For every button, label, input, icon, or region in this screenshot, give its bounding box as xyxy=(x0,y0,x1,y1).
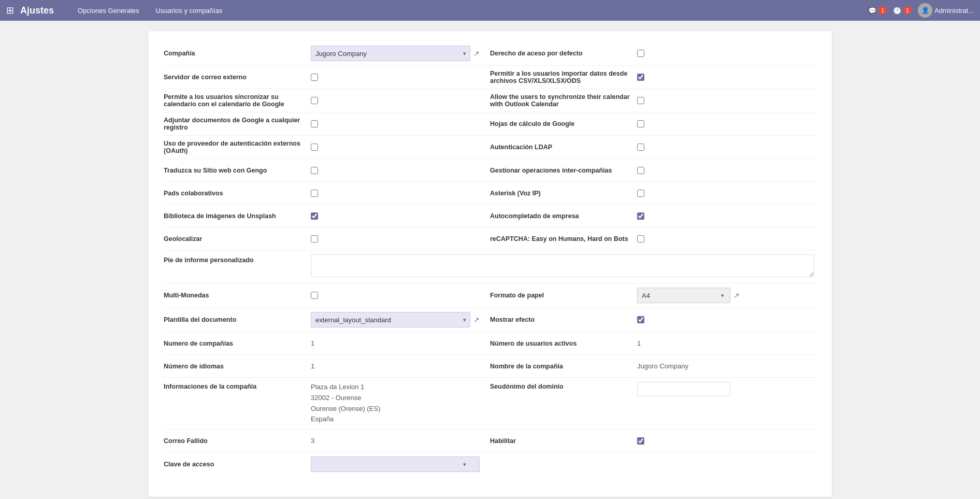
traduzca-value xyxy=(309,163,490,178)
seudonimo-input[interactable] xyxy=(637,382,730,396)
info-line1: Plaza da Lexion 1 xyxy=(311,382,480,393)
papel-ext-icon[interactable]: ↗ xyxy=(733,291,740,300)
info-line3: Ourense (Orense) (ES) xyxy=(311,404,480,415)
row-compania: Compañía Jugoro Company ↗ Derecho de ace… xyxy=(164,41,816,66)
adjuntar-docs-label: Adjuntar documentos de Google a cualquie… xyxy=(164,112,309,135)
multi-monedas-value xyxy=(309,288,490,303)
row-adjuntar: Adjuntar documentos de Google a cualquie… xyxy=(164,112,816,136)
correo-fallido-text: 3 xyxy=(311,437,314,445)
adjuntar-docs-value xyxy=(309,116,490,132)
habilitar-value xyxy=(635,433,816,449)
gestionar-inter-checkbox[interactable] xyxy=(637,167,644,174)
info-line2: 32002 - Ourense xyxy=(311,393,480,404)
permitir-importar-checkbox[interactable] xyxy=(637,74,644,81)
autocompletado-value xyxy=(635,208,816,224)
autenticacion-ldap-label: Autenticación LDAP xyxy=(490,139,635,155)
recaptcha-checkbox[interactable] xyxy=(637,235,644,243)
seudonimo-value xyxy=(635,378,816,401)
clave-acceso-value xyxy=(309,452,490,476)
servidor-correo-checkbox[interactable] xyxy=(311,74,318,81)
traduzca-checkbox[interactable] xyxy=(311,167,318,174)
plantilla-select[interactable]: external_layout_standard xyxy=(311,312,470,327)
clave-select[interactable] xyxy=(311,457,480,472)
pads-checkbox[interactable] xyxy=(311,190,318,197)
top-nav: Opciones Generales Usuarios y compañías xyxy=(69,0,230,21)
grid-icon[interactable]: ⊞ xyxy=(6,5,14,16)
correo-fallido-value: 3 xyxy=(309,433,490,449)
adjuntar-docs-checkbox[interactable] xyxy=(311,120,318,127)
num-usuarios-text: 1 xyxy=(637,339,641,347)
info-line4: España xyxy=(311,414,480,425)
pie-informe-value xyxy=(309,250,816,283)
mostrar-efecto-label: Mostrar efecto xyxy=(490,312,635,327)
seudonimo-label: Seudónimo del dominio xyxy=(490,378,635,394)
user-menu[interactable]: 👤 Administrat... xyxy=(918,3,974,18)
compania-select[interactable]: Jugoro Company xyxy=(311,46,470,61)
pads-value xyxy=(309,186,490,201)
num-companias-label: Numero de compañías xyxy=(164,336,309,351)
info-compania-label: Informaciones de la compañía xyxy=(164,378,309,394)
hojas-calculo-checkbox[interactable] xyxy=(637,120,644,127)
permite-sincronizar-label: Permite a los usuarios sincronizar su ca… xyxy=(164,89,309,112)
traduzca-label: Traduzca su Sitio web con Gengo xyxy=(164,163,309,178)
formato-papel-label: Formato de papel xyxy=(490,288,635,303)
plantilla-ext-icon[interactable]: ↗ xyxy=(473,316,480,324)
row-informaciones: Informaciones de la compañía Plaza da Le… xyxy=(164,378,816,430)
hojas-calculo-value xyxy=(635,116,816,132)
row-permite-sincronizar: Permite a los usuarios sincronizar su ca… xyxy=(164,89,816,112)
nombre-compania-text: Jugoro Company xyxy=(637,362,688,370)
clave-acceso-label: Clave de acceso xyxy=(164,457,309,472)
uso-proveedor-label: Uso de proveedor de autenticación extern… xyxy=(164,136,309,159)
num-idiomas-label: Número de idiomas xyxy=(164,359,309,374)
row-num-companias: Numero de compañías 1 Número de usuarios… xyxy=(164,332,816,355)
company-info-text: Plaza da Lexion 1 32002 - Ourense Ourens… xyxy=(311,382,480,425)
formato-papel-value: A4 ↗ xyxy=(635,283,816,307)
biblioteca-value xyxy=(309,208,490,224)
compania-label: Compañía xyxy=(164,46,309,61)
nav-users[interactable]: Usuarios y compañías xyxy=(148,0,231,21)
clave-select-wrap xyxy=(311,457,480,472)
messages-btn[interactable]: 💬 1 xyxy=(868,6,887,15)
papel-select[interactable]: A4 xyxy=(637,288,730,303)
pads-label: Pads colaborativos xyxy=(164,186,309,201)
compania-ext-icon[interactable]: ↗ xyxy=(473,49,480,58)
clock-icon: 🕐 xyxy=(893,7,901,15)
geolocalizar-checkbox[interactable] xyxy=(311,235,318,243)
hojas-calculo-label: Hojas de cálculo de Google xyxy=(490,116,635,132)
autenticacion-ldap-checkbox[interactable] xyxy=(637,144,644,151)
geolocalizar-label: Geolocalizar xyxy=(164,231,309,247)
habilitar-checkbox[interactable] xyxy=(637,437,644,445)
derecho-acceso-checkbox[interactable] xyxy=(637,50,644,57)
permitir-importar-value xyxy=(635,69,816,85)
permite-sincronizar-checkbox[interactable] xyxy=(311,97,318,104)
derecho-acceso-label: Derecho de aceso por defecto xyxy=(490,46,635,61)
pie-informe-label: Pie de informe personalizado xyxy=(164,250,309,268)
uso-proveedor-checkbox[interactable] xyxy=(311,144,318,151)
asterisk-label: Asterisk (Voz IP) xyxy=(490,186,635,201)
biblioteca-checkbox[interactable] xyxy=(311,212,318,220)
plantilla-label: Plantilla del documento xyxy=(164,312,309,327)
autocompletado-checkbox[interactable] xyxy=(637,212,644,220)
allow-sync-checkbox[interactable] xyxy=(637,97,644,104)
pie-informe-textarea[interactable] xyxy=(311,254,814,277)
gestionar-inter-value xyxy=(635,163,816,178)
compania-value: Jugoro Company ↗ xyxy=(309,41,490,65)
servidor-correo-value xyxy=(309,69,490,85)
row-plantilla: Plantilla del documento external_layout_… xyxy=(164,308,816,332)
updates-btn[interactable]: 🕐 1 xyxy=(893,6,912,15)
mostrar-efecto-checkbox[interactable] xyxy=(637,316,644,323)
row-multi-monedas: Multi-Monedas Formato de papel A4 ↗ xyxy=(164,283,816,308)
asterisk-checkbox[interactable] xyxy=(637,190,644,197)
admin-label: Administrat... xyxy=(934,7,974,15)
servidor-correo-label: Servidor de correo externo xyxy=(164,69,309,85)
topbar-right: 💬 1 🕐 1 👤 Administrat... xyxy=(868,3,974,18)
nav-general[interactable]: Opciones Generales xyxy=(69,0,148,21)
settings-card: Compañía Jugoro Company ↗ Derecho de ace… xyxy=(148,31,832,497)
num-companias-text: 1 xyxy=(311,339,314,347)
num-idiomas-value: 1 xyxy=(309,358,490,374)
num-usuarios-value: 1 xyxy=(635,335,816,351)
multi-monedas-checkbox[interactable] xyxy=(311,292,318,299)
num-idiomas-text: 1 xyxy=(311,362,314,370)
topbar: ⊞ Ajustes Opciones Generales Usuarios y … xyxy=(0,0,980,21)
row-traduzca: Traduzca su Sitio web con Gengo Gestiona… xyxy=(164,159,816,182)
